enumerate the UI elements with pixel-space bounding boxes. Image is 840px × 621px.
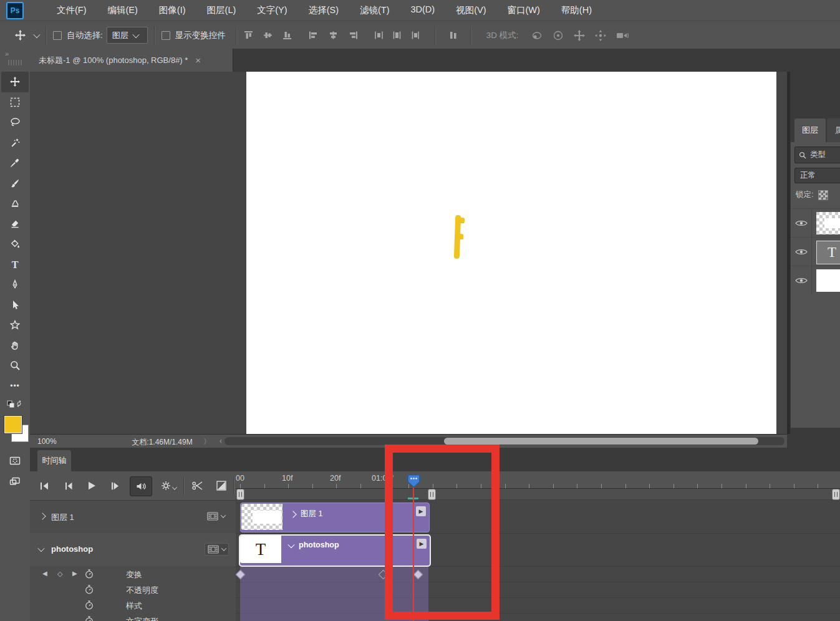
- layer-row-text-selected[interactable]: T: [791, 237, 840, 266]
- align-left-icon[interactable]: [309, 31, 319, 40]
- document-canvas[interactable]: [246, 72, 776, 434]
- layer-row-background[interactable]: [791, 266, 840, 295]
- close-tab-icon[interactable]: ×: [195, 55, 201, 65]
- split-at-playhead-button[interactable]: [188, 476, 207, 495]
- document-tab[interactable]: 未标题-1 @ 100% (photoshop, RGB/8#) * ×: [30, 49, 233, 72]
- track-filter-control[interactable]: [205, 543, 229, 556]
- 3d-camera-icon[interactable]: [616, 31, 629, 40]
- zoom-tool[interactable]: [1, 355, 29, 376]
- default-swap-colors[interactable]: [1, 396, 29, 411]
- quick-mask-button[interactable]: [1, 451, 29, 471]
- align-vcenter-icon[interactable]: [263, 31, 273, 40]
- track-header-layer1[interactable]: 图层 1: [30, 501, 236, 534]
- type-tool[interactable]: T: [1, 254, 29, 275]
- previous-frame-button[interactable]: [59, 476, 77, 495]
- track-header-photoshop[interactable]: photoshop: [30, 533, 236, 567]
- screen-mode-button[interactable]: [1, 471, 29, 492]
- align-hcenter-icon[interactable]: [328, 31, 339, 40]
- 3d-slide-icon[interactable]: [595, 30, 606, 41]
- playhead-marker[interactable]: [408, 474, 420, 488]
- menu-filter[interactable]: 滤镜(T): [349, 1, 400, 20]
- menu-3d[interactable]: 3D(D): [400, 1, 445, 20]
- clip-play-icon[interactable]: ▶: [417, 539, 427, 549]
- 3d-pan-icon[interactable]: [574, 30, 585, 41]
- stopwatch-icon[interactable]: [85, 600, 94, 610]
- layer-row-layer1[interactable]: [791, 208, 840, 238]
- menu-select[interactable]: 选择(S): [298, 1, 349, 20]
- visibility-toggle[interactable]: [791, 238, 812, 266]
- tab-properties[interactable]: 属性: [827, 118, 840, 142]
- layer-thumbnail-transparent[interactable]: [816, 212, 840, 234]
- transition-button[interactable]: [212, 476, 231, 495]
- distribute-spacing-icon[interactable]: [448, 31, 458, 40]
- add-keyframe-button[interactable]: ◇: [57, 570, 62, 578]
- auto-select-checkbox[interactable]: [53, 31, 62, 40]
- chevron-right-icon[interactable]: [39, 513, 46, 519]
- zoom-level-field[interactable]: 100%: [37, 437, 57, 446]
- play-button[interactable]: [82, 476, 101, 495]
- distribute-vcenter-icon[interactable]: [392, 31, 402, 40]
- toolbar-grip[interactable]: [8, 60, 22, 65]
- collapse-toolbar-icon[interactable]: »: [5, 50, 9, 57]
- quick-selection-tool[interactable]: [1, 133, 29, 153]
- timeline-clip-layer1[interactable]: 图层 1 ▶: [240, 503, 430, 532]
- timeline-panel-tab[interactable]: 时间轴: [37, 450, 71, 471]
- eyedropper-tool[interactable]: [1, 153, 29, 173]
- align-bottom-icon[interactable]: [282, 31, 292, 40]
- menu-help[interactable]: 帮助(H): [551, 1, 602, 20]
- 3d-rotate-icon[interactable]: [531, 30, 543, 41]
- preset-chevron-down-icon[interactable]: [33, 31, 40, 37]
- layer-thumbnail-white[interactable]: [816, 269, 840, 292]
- work-area-far-end-handle[interactable]: [832, 489, 840, 500]
- horizontal-scrollbar-thumb[interactable]: [444, 438, 758, 445]
- align-top-icon[interactable]: [243, 31, 254, 40]
- rectangular-marquee-tool[interactable]: [1, 92, 29, 113]
- distribute-bottom-icon[interactable]: [410, 31, 420, 40]
- menu-file[interactable]: 文件(F): [46, 1, 97, 20]
- pen-tool[interactable]: [1, 274, 29, 295]
- blend-mode-dropdown[interactable]: 正常: [794, 168, 840, 183]
- paint-bucket-tool[interactable]: [1, 234, 29, 254]
- layer-thumbnail-text[interactable]: T: [816, 241, 840, 264]
- hand-tool[interactable]: [1, 335, 29, 356]
- stopwatch-icon[interactable]: [85, 585, 94, 594]
- edit-toolbar-icon[interactable]: •••: [1, 376, 29, 397]
- track-filter-control[interactable]: [207, 512, 225, 521]
- lock-transparency-icon[interactable]: [818, 190, 828, 200]
- next-keyframe-button[interactable]: ▶: [72, 570, 77, 577]
- visibility-toggle[interactable]: [791, 209, 812, 238]
- status-collapse-icon[interactable]: ‹: [220, 436, 222, 445]
- stopwatch-icon[interactable]: [85, 616, 94, 621]
- foreground-color-swatch[interactable]: [4, 416, 22, 433]
- chevron-right-icon[interactable]: [289, 511, 296, 518]
- first-frame-button[interactable]: [35, 476, 54, 495]
- status-expand-icon[interactable]: 〉: [203, 436, 211, 447]
- menu-view[interactable]: 视图(V): [445, 1, 496, 20]
- visibility-toggle[interactable]: [791, 266, 812, 295]
- work-area-start-handle[interactable]: [236, 489, 244, 500]
- layer-filter-dropdown[interactable]: 类型: [794, 147, 840, 163]
- path-selection-tool[interactable]: [1, 295, 29, 315]
- custom-shape-tool[interactable]: [1, 315, 29, 335]
- previous-keyframe-button[interactable]: ◀: [42, 570, 47, 577]
- work-area-end-handle[interactable]: [428, 489, 436, 500]
- menu-window[interactable]: 窗口(W): [497, 1, 551, 20]
- move-tool-preset-icon[interactable]: [11, 30, 29, 41]
- brush-tool[interactable]: [1, 173, 29, 194]
- horizontal-scrollbar[interactable]: [224, 437, 784, 445]
- show-transform-checkbox[interactable]: [162, 31, 170, 40]
- timeline-ruler[interactable]: 00 10f 20f 01:00f: [236, 471, 840, 489]
- timeline-settings-button[interactable]: [157, 476, 180, 495]
- menu-layer[interactable]: 图层(L): [196, 1, 247, 20]
- distribute-top-icon[interactable]: [374, 31, 384, 40]
- menu-edit[interactable]: 编辑(E): [97, 1, 148, 20]
- lasso-tool[interactable]: [1, 112, 29, 133]
- clone-stamp-tool[interactable]: [1, 193, 29, 214]
- move-tool[interactable]: [1, 72, 29, 92]
- align-right-icon[interactable]: [347, 31, 358, 40]
- next-frame-button[interactable]: [106, 476, 125, 495]
- menu-type[interactable]: 文字(Y): [246, 1, 297, 20]
- clip-play-icon[interactable]: ▶: [416, 506, 426, 516]
- eraser-tool[interactable]: [1, 214, 29, 234]
- menu-image[interactable]: 图像(I): [148, 1, 196, 20]
